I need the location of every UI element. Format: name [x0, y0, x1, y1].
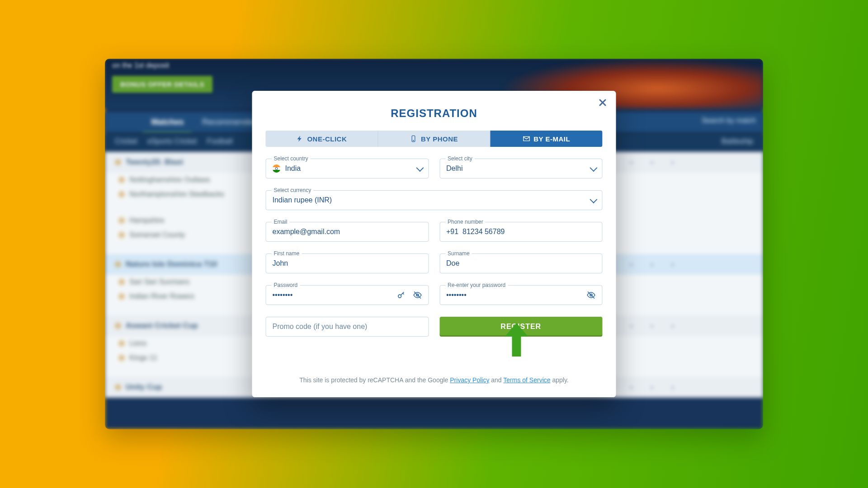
modal-title: REGISTRATION: [266, 107, 603, 120]
phone-input[interactable]: [446, 228, 596, 236]
form-grid: Select country India Select city Delhi S…: [266, 159, 603, 337]
email-field[interactable]: Email: [266, 222, 429, 242]
field-label: Select city: [445, 155, 475, 162]
city-select[interactable]: Select city Delhi: [439, 159, 603, 178]
privacy-policy-link[interactable]: Privacy Policy: [450, 376, 489, 384]
field-value: Delhi: [446, 164, 587, 173]
tab-by-email[interactable]: BY E-MAIL: [491, 131, 603, 147]
deposit-hint-text: on the 1st deposit: [112, 61, 169, 70]
chevron-down-icon: [590, 196, 597, 203]
field-label: Select country: [272, 155, 311, 162]
country-select[interactable]: Select country India: [266, 159, 429, 178]
field-label: Password: [272, 282, 300, 288]
footer-text-and: and: [489, 376, 503, 384]
chevron-down-icon: [416, 164, 424, 172]
field-value: India: [285, 164, 413, 173]
svg-point-2: [398, 295, 401, 298]
mail-icon: [523, 135, 530, 142]
nav-matches[interactable]: Matches: [143, 112, 192, 134]
bonus-offer-button[interactable]: BONUS OFFER DETAILS: [112, 76, 212, 93]
surname-field[interactable]: Surname: [439, 253, 603, 273]
svg-point-1: [413, 140, 414, 141]
currency-select[interactable]: Select currency Indian rupee (INR): [266, 190, 603, 210]
tab-by-phone[interactable]: BY PHONE: [378, 131, 491, 147]
promo-code-field[interactable]: [266, 317, 429, 337]
sport-tab-battleship[interactable]: Battleship: [722, 137, 753, 145]
password-field[interactable]: Password ••••••••: [266, 285, 429, 305]
phone-field[interactable]: Phone number: [439, 222, 603, 242]
india-flag-icon: [273, 164, 281, 173]
promo-code-input[interactable]: [273, 323, 422, 331]
key-icon[interactable]: [396, 291, 406, 300]
app-window: on the 1st deposit BONUS OFFER DETAILS M…: [105, 59, 763, 429]
surname-input[interactable]: [446, 259, 596, 267]
field-label: Surname: [445, 250, 472, 257]
arrow-up-icon: [502, 323, 531, 358]
field-value: Indian rupee (INR): [273, 196, 587, 204]
field-label: Email: [272, 219, 290, 225]
sport-tab-list[interactable]: Cricket eSports Cricket Football: [115, 137, 233, 145]
footer-text-pre: This site is protected by reCAPTCHA and …: [299, 376, 450, 384]
recaptcha-notice: This site is protected by reCAPTCHA and …: [266, 376, 603, 384]
email-input[interactable]: [273, 228, 422, 236]
footer-text-post: apply.: [551, 376, 569, 384]
tab-label: ONE-CLICK: [307, 135, 347, 143]
field-label: First name: [272, 250, 302, 257]
tab-label: BY PHONE: [421, 135, 458, 143]
lightning-icon: [296, 135, 303, 142]
first-name-field[interactable]: First name: [266, 253, 429, 273]
password-value: ••••••••: [273, 291, 393, 299]
eye-off-icon[interactable]: [413, 291, 422, 300]
first-name-input[interactable]: [273, 259, 422, 267]
password-confirm-field[interactable]: Re-enter your password ••••••••: [439, 285, 603, 305]
eye-off-icon[interactable]: [587, 291, 596, 300]
chevron-down-icon: [590, 164, 597, 172]
tab-label: BY E-MAIL: [533, 135, 570, 143]
search-hint[interactable]: Search by match: [702, 117, 756, 125]
field-label: Phone number: [445, 219, 486, 225]
terms-of-service-link[interactable]: Terms of Service: [503, 376, 550, 384]
phone-icon: [410, 135, 417, 142]
field-label: Re-enter your password: [445, 282, 508, 288]
registration-modal: REGISTRATION ONE-CLICK BY PHONE BY E-MAI…: [252, 91, 616, 397]
close-icon[interactable]: [597, 97, 608, 108]
tab-one-click[interactable]: ONE-CLICK: [266, 131, 378, 147]
password-confirm-value: ••••••••: [446, 291, 583, 299]
field-label: Select currency: [272, 187, 314, 193]
registration-tabs: ONE-CLICK BY PHONE BY E-MAIL: [266, 131, 603, 147]
